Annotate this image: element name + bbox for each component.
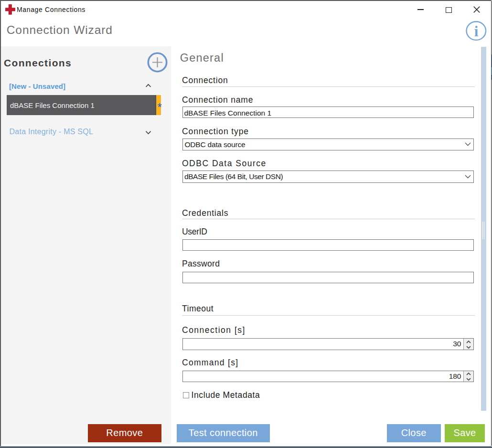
- svg-text:i: i: [474, 22, 479, 39]
